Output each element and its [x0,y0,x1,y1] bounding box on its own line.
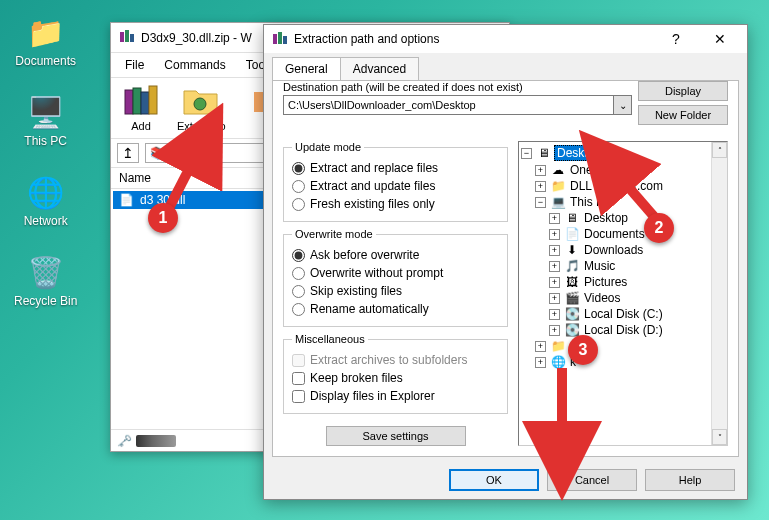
check-display-explorer[interactable] [292,390,305,403]
svg-rect-2 [130,34,134,42]
save-settings-button[interactable]: Save settings [326,426,466,446]
expander-icon[interactable]: + [535,357,546,368]
expander-icon[interactable]: + [549,277,560,288]
close-button[interactable]: ✕ [701,25,739,53]
desktop-icons: 📁 Documents 🖥️ This PC 🌐 Network 🗑️ Recy… [14,14,77,308]
tree-node-label[interactable]: This PC [568,195,615,209]
cancel-button[interactable]: Cancel [547,469,637,491]
expander-icon[interactable]: + [549,309,560,320]
desktop-this-pc-label: This PC [24,134,67,148]
desktop-this-pc[interactable]: 🖥️ This PC [14,94,77,148]
radio-fresh-only[interactable] [292,198,305,211]
expander-icon[interactable]: − [535,197,546,208]
radio-ask-overwrite[interactable] [292,249,305,262]
folder-tree[interactable]: − 🖥 Desktop +☁OneD+📁DLL Do ader.com−💻Thi… [518,141,728,446]
label-display-explorer[interactable]: Display files in Explorer [310,389,435,403]
tree-item-12[interactable]: +🌐k [521,354,725,370]
radio-rename-auto[interactable] [292,303,305,316]
dialog-title: Extraction path and options [294,32,651,46]
label-extract-replace[interactable]: Extract and replace files [310,161,438,175]
book-icon: 📚 [150,146,165,160]
tree-node-label[interactable]: Videos [582,291,622,305]
new-folder-button[interactable]: New Folder [638,105,728,125]
destination-path-input[interactable] [283,95,614,115]
add-button[interactable]: Add [119,82,163,134]
path-up-button[interactable]: ↥ [117,143,139,163]
tree-item-1[interactable]: +📁DLL Do ader.com [521,178,725,194]
tree-item-3[interactable]: +🖥Desktop [521,210,725,226]
tree-node-label[interactable]: Documents [582,227,647,241]
tree-item-0[interactable]: +☁OneD [521,162,725,178]
tree-node-label[interactable]: Pictures [582,275,629,289]
update-mode-legend: Update mode [292,141,364,153]
label-fresh-only[interactable]: Fresh existing files only [310,197,435,211]
tree-node-label[interactable]: Desktop [582,211,630,225]
tree-node-label[interactable]: Downloads [582,243,645,257]
expander-icon[interactable]: + [549,213,560,224]
tree-item-9[interactable]: +💽Local Disk (C:) [521,306,725,322]
label-skip-existing[interactable]: Skip existing files [310,284,402,298]
tree-node-label[interactable]: k [568,355,578,369]
svg-point-7 [194,98,206,110]
expander-icon[interactable]: + [549,245,560,256]
extract-to-button[interactable]: Extract To [175,82,228,134]
label-rename-auto[interactable]: Rename automatically [310,302,429,316]
tree-scrollbar[interactable]: ˄ ˅ [711,142,727,445]
expander-icon[interactable]: + [535,165,546,176]
expander-icon[interactable]: + [549,261,560,272]
tree-node-label[interactable]: Music [582,259,617,273]
expander-icon[interactable]: + [549,293,560,304]
tree-item-2[interactable]: −💻This PC [521,194,725,210]
tree-node-icon: 🎵 [564,259,580,273]
expander-icon[interactable]: + [549,325,560,336]
tree-item-6[interactable]: +🎵Music [521,258,725,274]
tree-item-10[interactable]: +💽Local Disk (D:) [521,322,725,338]
tree-desktop-root[interactable]: − 🖥 Desktop [521,144,725,162]
scroll-down-icon[interactable]: ˅ [712,429,727,445]
tree-item-5[interactable]: +⬇Downloads [521,242,725,258]
expander-icon[interactable]: − [521,148,532,159]
check-keep-broken[interactable] [292,372,305,385]
tree-item-11[interactable]: +📁s [521,338,725,354]
tree-item-8[interactable]: +🎬Videos [521,290,725,306]
expander-icon[interactable]: + [549,229,560,240]
display-button[interactable]: Display [638,81,728,101]
tree-item-4[interactable]: +📄Documents [521,226,725,242]
label-keep-broken[interactable]: Keep broken files [310,371,403,385]
radio-extract-update[interactable] [292,180,305,193]
scroll-up-icon[interactable]: ˄ [712,142,727,158]
menu-commands[interactable]: Commands [156,55,233,75]
expander-icon[interactable]: + [535,181,546,192]
tab-general[interactable]: General [272,57,341,81]
tree-node-icon: 📁 [550,179,566,193]
tree-item-7[interactable]: +🖼Pictures [521,274,725,290]
tree-node-label[interactable]: DLL Do ader.com [568,179,665,193]
radio-extract-replace[interactable] [292,162,305,175]
label-ask-overwrite[interactable]: Ask before overwrite [310,248,419,262]
svg-rect-1 [125,30,129,42]
svg-rect-9 [273,34,277,44]
tree-node-label[interactable]: Local Disk (C:) [582,307,665,321]
ok-button[interactable]: OK [449,469,539,491]
desktop-recycle-bin[interactable]: 🗑️ Recycle Bin [14,254,77,308]
documents-icon: 📁 [28,14,64,50]
desktop-documents[interactable]: 📁 Documents [14,14,77,68]
tree-node-label[interactable]: Local Disk (D:) [582,323,665,337]
tree-desktop-label[interactable]: Desktop [554,145,604,161]
help-button[interactable]: ? [657,25,695,53]
destination-dropdown-button[interactable]: ⌄ [614,95,632,115]
expander-icon[interactable]: + [535,341,546,352]
label-overwrite-noprompt[interactable]: Overwrite without prompt [310,266,443,280]
label-extract-update[interactable]: Extract and update files [310,179,435,193]
radio-skip-existing[interactable] [292,285,305,298]
svg-rect-6 [149,86,157,114]
menu-file[interactable]: File [117,55,152,75]
help-dialog-button[interactable]: Help [645,469,735,491]
tree-node-label[interactable]: OneD [568,163,603,177]
overwrite-mode-group: Overwrite mode Ask before overwrite Over… [283,228,508,327]
desktop-network[interactable]: 🌐 Network [14,174,77,228]
tree-node-label[interactable]: s [568,339,578,353]
radio-overwrite-noprompt[interactable] [292,267,305,280]
tab-advanced[interactable]: Advanced [340,57,419,81]
books-icon [121,84,161,118]
